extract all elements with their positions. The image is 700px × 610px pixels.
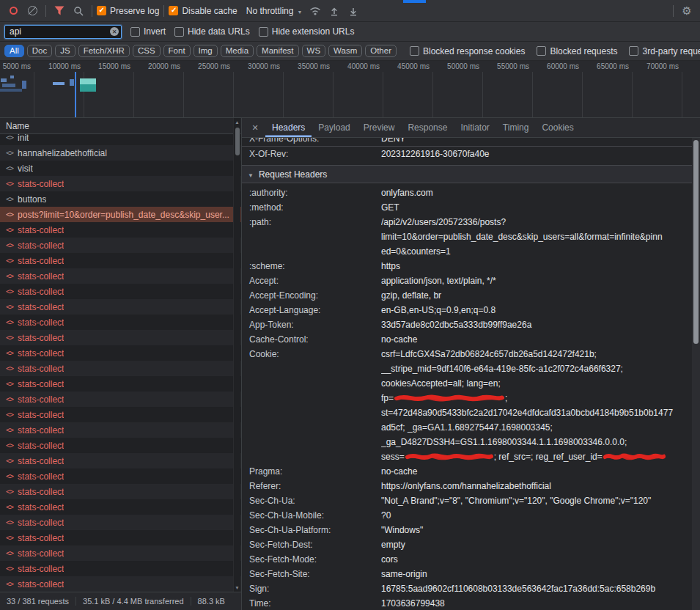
value-text: ; ref_src=; reg_ref_user_id= (494, 452, 603, 462)
request-name: stats-collect (18, 225, 64, 235)
tab-initiator[interactable]: Initiator (454, 118, 495, 137)
request-headers-section[interactable]: Request Headers (242, 165, 692, 183)
request-row[interactable]: <>stats-collect (0, 453, 241, 468)
value-text: ?0 (381, 510, 391, 521)
request-row[interactable]: <>stats-collect (0, 468, 241, 484)
overview-strip[interactable]: 5000 ms10000 ms15000 ms20000 ms25000 ms3… (0, 61, 700, 118)
request-row[interactable]: <>posts?limit=10&order=publish_date_desc… (0, 207, 241, 222)
request-row[interactable]: <>visit (0, 161, 241, 176)
request-name: stats-collect (18, 287, 64, 297)
value-text: https://onlyfans.com/hannahelizabethoffi… (381, 481, 551, 491)
tab-payload[interactable]: Payload (312, 118, 356, 137)
type-chip-ws[interactable]: WS (302, 45, 326, 57)
request-row[interactable]: <>buttons (0, 191, 241, 207)
scrollbar-thumb[interactable] (235, 128, 240, 155)
scroll-down-icon[interactable] (234, 585, 240, 590)
name-column-header[interactable]: Name (0, 118, 241, 134)
clear-filter-icon[interactable] (110, 27, 119, 36)
request-row[interactable]: <>stats-collect (0, 438, 241, 453)
type-chip-media[interactable]: Media (221, 45, 254, 57)
request-row[interactable]: <>stats-collect (0, 315, 241, 330)
request-row[interactable]: <>stats-collect (0, 561, 241, 576)
type-chip-manifest[interactable]: Manifest (257, 45, 298, 57)
overview-gridline (632, 72, 633, 117)
search-button[interactable] (70, 2, 87, 20)
value-text: same-origin (381, 569, 427, 579)
request-row[interactable]: <>stats-collect (0, 576, 241, 592)
network-conditions-button[interactable] (306, 2, 324, 20)
request-row[interactable]: <>stats-collect (0, 299, 241, 315)
request-row[interactable]: <>hannahelizabethofficial (0, 145, 241, 161)
record-button[interactable] (4, 2, 22, 20)
header-name: Referer: (242, 479, 381, 493)
tab-response[interactable]: Response (401, 118, 454, 137)
filter-button[interactable] (51, 2, 68, 20)
value-text: DENY (381, 138, 405, 144)
request-name: stats-collect (18, 579, 64, 589)
header-value: ?0 (381, 508, 692, 523)
tab-preview[interactable]: Preview (357, 118, 402, 137)
invert-checkbox[interactable]: Invert (130, 26, 166, 37)
request-row[interactable]: <>stats-collect (0, 407, 241, 422)
request-type-icon: <> (6, 549, 13, 557)
request-row[interactable]: <>stats-collect (0, 253, 241, 268)
export-har-button[interactable] (345, 2, 362, 20)
request-row[interactable]: <>stats-collect (0, 176, 241, 191)
request-row[interactable]: <>stats-collect (0, 330, 241, 345)
request-row[interactable]: <>init (0, 134, 241, 145)
request-row[interactable]: <>stats-collect (0, 361, 241, 376)
disable-cache-checkbox[interactable]: Disable cache (169, 6, 237, 16)
request-row[interactable]: <>stats-collect (0, 284, 241, 299)
scroll-up-icon[interactable] (234, 120, 240, 125)
request-type-icon: <> (6, 411, 13, 419)
request-row[interactable]: <>stats-collect (0, 238, 241, 253)
request-row[interactable]: <>stats-collect (0, 515, 241, 530)
request-row[interactable]: <>stats-collect (0, 222, 241, 238)
clear-network-log-button[interactable] (23, 2, 41, 20)
overview-tick-label: 5000 ms (0, 62, 31, 70)
type-chip-font[interactable]: Font (163, 45, 191, 57)
request-row[interactable]: <>stats-collect (0, 530, 241, 545)
header-name: Sec-Fetch-Dest: (242, 537, 381, 552)
extra-filter-checkboxes: Blocked response cookiesBlocked requests… (410, 46, 700, 56)
request-row[interactable]: <>stats-collect (0, 268, 241, 284)
filter-checkbox-blocked-requests[interactable]: Blocked requests (537, 46, 617, 56)
activity-bar (10, 76, 14, 78)
filter-checkbox-blocked-response-cookies[interactable]: Blocked response cookies (410, 46, 525, 56)
tab-headers[interactable]: Headers (265, 118, 312, 137)
hide-data-urls-checkbox[interactable]: Hide data URLs (174, 26, 250, 37)
throttling-dropdown[interactable]: No throttling (243, 6, 306, 16)
close-icon[interactable] (245, 118, 265, 137)
toolbar-divider (92, 5, 92, 17)
preserve-log-checkbox[interactable]: Preserve log (97, 6, 159, 16)
request-row[interactable]: <>stats-collect (0, 422, 241, 438)
type-chip-css[interactable]: CSS (133, 45, 161, 57)
type-chip-js[interactable]: JS (55, 45, 75, 57)
tab-cookies[interactable]: Cookies (535, 118, 580, 137)
request-row[interactable]: <>stats-collect (0, 345, 241, 361)
request-row[interactable]: <>stats-collect (0, 499, 241, 515)
type-chip-fetch-xhr[interactable]: Fetch/XHR (78, 45, 130, 57)
request-row[interactable]: <>stats-collect (0, 376, 241, 392)
scrollbar-thumb[interactable] (693, 140, 699, 344)
details-scrollbar[interactable] (692, 138, 700, 610)
requests-scrollbar[interactable] (233, 118, 240, 592)
import-har-button[interactable] (325, 2, 343, 20)
hide-extension-urls-checkbox[interactable]: Hide extension URLs (259, 26, 355, 37)
type-chip-other[interactable]: Other (365, 45, 397, 57)
request-row[interactable]: <>stats-collect (0, 392, 241, 407)
filter-checkbox-3rd-party-requests[interactable]: 3rd-party requests (629, 46, 700, 56)
request-name: stats-collect (18, 240, 64, 251)
settings-gear-icon[interactable] (678, 2, 696, 20)
filter-input[interactable] (4, 25, 122, 39)
type-chip-doc[interactable]: Doc (27, 45, 52, 57)
value-text: /api2/v2/users/20572336/posts? (381, 217, 506, 227)
request-row[interactable]: <>stats-collect (0, 484, 241, 499)
tab-timing[interactable]: Timing (496, 118, 536, 137)
request-name: stats-collect (18, 394, 64, 405)
value-text: ; (505, 393, 507, 403)
type-chip-img[interactable]: Img (194, 45, 218, 57)
type-chip-wasm[interactable]: Wasm (328, 45, 362, 57)
request-row[interactable]: <>stats-collect (0, 545, 241, 561)
type-chip-all[interactable]: All (4, 45, 24, 57)
